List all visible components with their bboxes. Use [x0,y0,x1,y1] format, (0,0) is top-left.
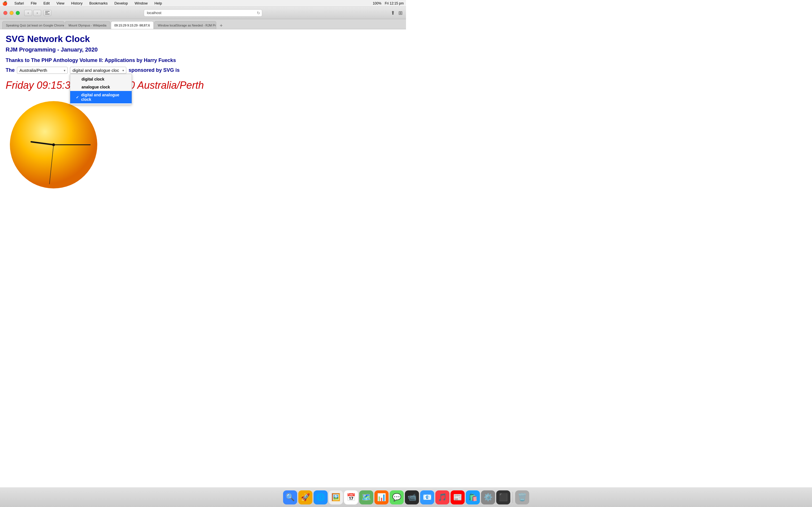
menu-develop[interactable]: Develop [113,1,129,5]
traffic-lights [3,11,20,15]
new-tab-icon[interactable]: ⊞ [398,10,403,16]
dropdown-item-digital[interactable]: digital clock [70,75,132,83]
svg-rect-0 [45,11,50,11]
sidebar-toggle[interactable] [43,10,51,16]
clock-time: Fri 12:15 pm [385,1,404,5]
forward-button[interactable]: › [33,10,41,16]
address-bar[interactable]: localhost ↻ [144,9,262,17]
tab-2[interactable]: 09:15:29 9:15:29 -98;87;6 [111,21,154,29]
apple-logo-icon[interactable]: 🍎 [2,1,8,6]
clock-container [6,97,101,193]
address-bar-container: localhost ↻ [144,9,262,17]
menu-view[interactable]: View [55,1,65,5]
selector-prefix: The [6,67,15,73]
timezone-select-wrapper: Australia/Perth America/New_York Europe/… [17,67,68,74]
selector-suffix: sponsored by SVG is [129,67,180,73]
share-icon[interactable]: ⬆ [391,10,395,16]
menu-edit[interactable]: Edit [42,1,51,5]
selector-row: The Australia/Perth America/New_York Eur… [6,67,400,74]
refresh-icon[interactable]: ↻ [257,11,260,15]
minimize-button[interactable] [10,11,13,15]
clock-type-select[interactable]: digital clock analogue clock digital and… [70,67,126,74]
fullscreen-button[interactable] [16,11,20,15]
add-tab-button[interactable]: + [218,22,225,29]
url-text: localhost [147,11,161,15]
dropdown-label-analogue: analogue clock [82,85,110,89]
menu-help[interactable]: Help [153,1,163,5]
menu-bookmarks[interactable]: Bookmarks [88,1,109,5]
analog-clock-svg [6,97,101,193]
menu-file[interactable]: File [30,1,38,5]
menu-safari[interactable]: Safari [13,1,25,5]
menubar-right: 100% Fri 12:15 pm [373,1,404,5]
battery-status: 100% [373,1,382,5]
thanks-text: Thanks to The PHP Anthology Volume II: A… [6,57,400,63]
nav-buttons: ‹ › [24,10,41,16]
dropdown-item-both[interactable]: ✓ digital and analogue clock [70,91,132,103]
page-subtitle: RJM Programming - January, 2020 [6,47,400,53]
menu-history[interactable]: History [70,1,84,5]
svg-rect-2 [45,14,50,14]
clock-center [52,144,55,146]
clock-time-display: Friday 09:15:31 24 Jan 2020 Australia/Pe… [6,79,400,91]
tab-3[interactable]: Window localStorage as Needed - RJM Prog… [154,21,216,29]
titlebar: ‹ › localhost ↻ ⬆ ⊞ [0,7,406,19]
back-button[interactable]: ‹ [24,10,32,16]
page-content: SVG Network Clock RJM Programming - Janu… [0,29,406,197]
dropdown-label-both: digital and analogue clock [81,93,126,102]
tab-1[interactable]: Mount Olympus - Wikipedia [65,21,110,29]
tab-0[interactable]: Speaking Quiz (at least on Google Chrome… [2,21,64,29]
page-title: SVG Network Clock [6,34,400,44]
menubar: 🍎 Safari File Edit View History Bookmark… [0,0,406,7]
timezone-select[interactable]: Australia/Perth America/New_York Europe/… [17,67,68,74]
clock-type-dropdown-menu: digital clock analogue clock ✓ digital a… [70,74,132,105]
titlebar-right-controls: ⬆ ⊞ [391,10,403,16]
checkmark-both: ✓ [76,95,80,100]
close-button[interactable] [3,11,7,15]
svg-rect-1 [45,12,48,13]
dropdown-item-analogue[interactable]: analogue clock [70,83,132,91]
tabs-bar: Speaking Quiz (at least on Google Chrome… [0,19,406,29]
dropdown-label-digital: digital clock [82,77,104,81]
clock-type-select-wrapper: digital clock analogue clock digital and… [70,67,126,74]
menu-window[interactable]: Window [133,1,149,5]
